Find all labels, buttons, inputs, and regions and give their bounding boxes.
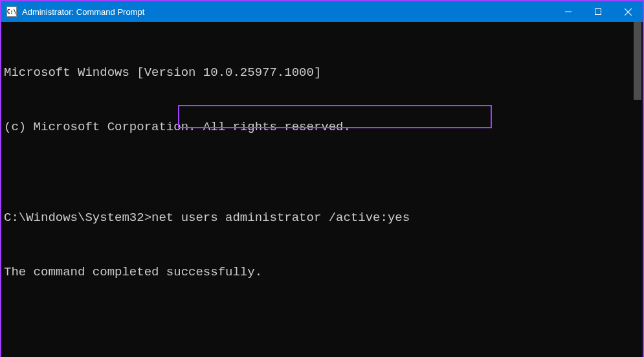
version-line: Microsoft Windows [Version 10.0.25977.10… bbox=[4, 63, 632, 82]
scrollbar-thumb[interactable] bbox=[634, 22, 641, 100]
prompt-path: C:\Windows\System32> bbox=[4, 211, 151, 225]
scrollbar[interactable] bbox=[632, 22, 643, 357]
minimize-button[interactable] bbox=[553, 1, 583, 22]
maximize-icon bbox=[595, 8, 601, 15]
close-button[interactable] bbox=[613, 1, 643, 22]
prompt-line-1: C:\Windows\System32>net users administra… bbox=[4, 209, 632, 227]
titlebar[interactable]: C:\ Administrator: Command Prompt bbox=[1, 1, 643, 22]
terminal-area: Microsoft Windows [Version 10.0.25977.10… bbox=[1, 22, 643, 357]
entered-command: net users administrator /active:yes bbox=[151, 211, 410, 225]
result-line: The command completed successfully. bbox=[4, 263, 632, 281]
cmd-icon: C:\ bbox=[6, 6, 17, 17]
window-controls bbox=[553, 1, 643, 22]
close-icon bbox=[625, 8, 632, 16]
window-title: Administrator: Command Prompt bbox=[22, 7, 553, 17]
terminal-output[interactable]: Microsoft Windows [Version 10.0.25977.10… bbox=[1, 22, 632, 357]
copyright-line: (c) Microsoft Corporation. All rights re… bbox=[4, 118, 632, 136]
svg-rect-1 bbox=[595, 9, 601, 15]
minimize-icon bbox=[565, 8, 572, 15]
command-prompt-window: C:\ Administrator: Command Prompt Micros… bbox=[1, 1, 643, 356]
maximize-button[interactable] bbox=[583, 1, 613, 22]
